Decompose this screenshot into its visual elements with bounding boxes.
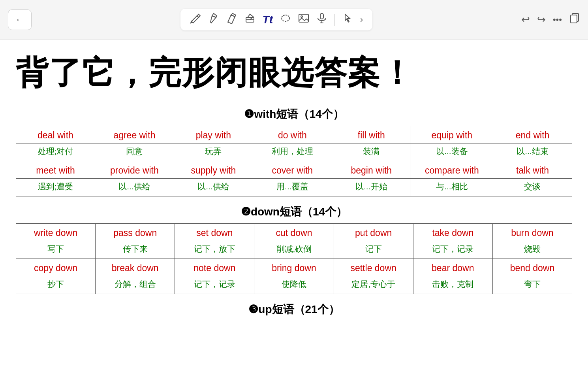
with-table: deal with agree with play with do with f… — [16, 126, 572, 196]
microphone-icon[interactable] — [316, 13, 327, 26]
pointer-icon[interactable] — [342, 13, 353, 26]
meaning-cell: 同意 — [95, 143, 174, 161]
image-icon[interactable] — [298, 13, 309, 26]
phrase-cell: cut down — [254, 224, 334, 241]
undo-icon[interactable]: ↩ — [521, 13, 530, 26]
phrase-cell: settle down — [334, 259, 413, 276]
meaning-cell: 交谈 — [493, 179, 572, 196]
phrase-cell: agree with — [95, 126, 174, 143]
table-row: 遇到;遭受 以...供给 以...供给 用...覆盖 以...开始 与...相比… — [16, 179, 572, 196]
phrase-cell: break down — [96, 259, 175, 276]
meaning-cell: 弯下 — [492, 276, 572, 294]
phrase-cell: meet with — [16, 161, 95, 179]
phrase-cell: end with — [493, 126, 572, 143]
table-row: write down pass down set down cut down p… — [16, 224, 572, 241]
table-row: 写下 传下来 记下，放下 削减,砍倒 记下 记下，记录 烧毁 — [16, 241, 572, 259]
table-row: 抄下 分解，组合 记下，记录 使降低 定居,专心于 击败，克制 弯下 — [16, 276, 572, 294]
phrase-cell: compare with — [411, 161, 493, 179]
main-title: 背了它，完形闭眼选答案！ — [16, 51, 572, 95]
redo-icon[interactable]: ↪ — [537, 13, 546, 26]
phrase-cell: bring down — [254, 259, 334, 276]
meaning-cell: 遇到;遭受 — [16, 179, 95, 196]
meaning-cell: 利用，处理 — [253, 143, 332, 161]
phrase-cell: put down — [334, 224, 413, 241]
forward-icon[interactable]: › — [360, 15, 363, 25]
text-icon[interactable]: Tt — [263, 13, 273, 26]
highlighter-icon[interactable] — [226, 13, 237, 26]
meaning-cell: 玩弄 — [174, 143, 253, 161]
phrase-cell: play with — [174, 126, 253, 143]
phrase-cell: equip with — [411, 126, 493, 143]
toolbar-divider — [334, 14, 335, 26]
meaning-cell: 处理;对付 — [16, 143, 95, 161]
meaning-cell: 记下，记录 — [175, 276, 254, 294]
phrase-cell: pass down — [96, 224, 175, 241]
phrase-cell: supply with — [174, 161, 253, 179]
meaning-cell: 与...相比 — [411, 179, 493, 196]
meaning-cell: 使降低 — [254, 276, 334, 294]
phrase-cell: deal with — [16, 126, 95, 143]
back-icon: ← — [15, 15, 24, 25]
phrase-cell: do with — [253, 126, 332, 143]
phrase-cell: provide with — [95, 161, 174, 179]
meaning-cell: 以...供给 — [174, 179, 253, 196]
copy-icon[interactable] — [569, 13, 580, 26]
section-with-label: ❶with短语（14个） — [16, 107, 572, 122]
phrase-cell: cover with — [253, 161, 332, 179]
phrase-cell: begin with — [332, 161, 411, 179]
svg-rect-6 — [571, 15, 577, 23]
meaning-cell: 烧毁 — [492, 241, 572, 259]
phrase-cell: fill with — [332, 126, 411, 143]
svg-rect-2 — [299, 14, 308, 22]
down-table: write down pass down set down cut down p… — [16, 223, 572, 294]
meaning-cell: 写下 — [16, 241, 96, 259]
phrase-cell: copy down — [16, 259, 96, 276]
lasso-icon[interactable] — [280, 13, 291, 26]
phrase-cell: talk with — [493, 161, 572, 179]
meaning-cell: 记下 — [334, 241, 413, 259]
meaning-cell: 记下，记录 — [413, 241, 492, 259]
phrase-cell: burn down — [492, 224, 572, 241]
phrase-cell: write down — [16, 224, 96, 241]
toolbar: ← — [0, 0, 588, 40]
section-up-label: ❸up短语（21个） — [16, 302, 572, 317]
table-row: meet with provide with supply with cover… — [16, 161, 572, 179]
svg-rect-4 — [320, 13, 323, 19]
meaning-cell: 削减,砍倒 — [254, 241, 334, 259]
meaning-cell: 分解，组合 — [96, 276, 175, 294]
toolbar-left: ← — [8, 9, 32, 30]
meaning-cell: 定居,专心于 — [334, 276, 413, 294]
phrase-cell: take down — [413, 224, 492, 241]
phrase-cell: note down — [175, 259, 254, 276]
phrase-cell: bear down — [413, 259, 492, 276]
main-content: 背了它，完形闭眼选答案！ ❶with短语（14个） deal with agre… — [0, 40, 588, 368]
meaning-cell: 装满 — [332, 143, 411, 161]
svg-point-1 — [282, 15, 289, 21]
section-down-label: ❷down短语（14个） — [16, 204, 572, 219]
meaning-cell: 记下，放下 — [175, 241, 254, 259]
phrase-cell: set down — [175, 224, 254, 241]
pen-icon[interactable] — [208, 13, 219, 26]
meaning-cell: 抄下 — [16, 276, 96, 294]
eraser-icon[interactable] — [244, 13, 255, 26]
svg-point-3 — [301, 16, 302, 17]
meaning-cell: 以...供给 — [95, 179, 174, 196]
meaning-cell: 以...装备 — [411, 143, 493, 161]
table-row: deal with agree with play with do with f… — [16, 126, 572, 143]
meaning-cell: 以...开始 — [332, 179, 411, 196]
back-button[interactable]: ← — [8, 9, 32, 30]
pencil-icon[interactable] — [190, 13, 201, 26]
more-icon[interactable]: ••• — [553, 15, 562, 25]
table-row: copy down break down note down bring dow… — [16, 259, 572, 276]
toolbar-center: Tt › — [180, 9, 373, 30]
meaning-cell: 用...覆盖 — [253, 179, 332, 196]
meaning-cell: 击败，克制 — [413, 276, 492, 294]
table-row: 处理;对付 同意 玩弄 利用，处理 装满 以...装备 以...结束 — [16, 143, 572, 161]
toolbar-right: ↩ ↪ ••• — [521, 13, 580, 26]
meaning-cell: 传下来 — [96, 241, 175, 259]
phrase-cell: bend down — [492, 259, 572, 276]
meaning-cell: 以...结束 — [493, 143, 572, 161]
